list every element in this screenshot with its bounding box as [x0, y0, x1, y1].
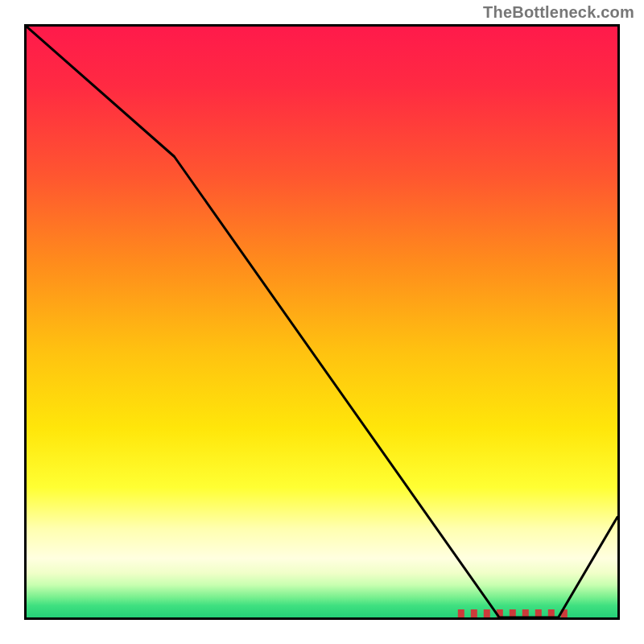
attribution-text: TheBottleneck.com — [483, 3, 634, 22]
chart-overlay — [27, 27, 617, 617]
bottleneck-curve — [27, 27, 617, 617]
chart-frame — [24, 24, 620, 620]
